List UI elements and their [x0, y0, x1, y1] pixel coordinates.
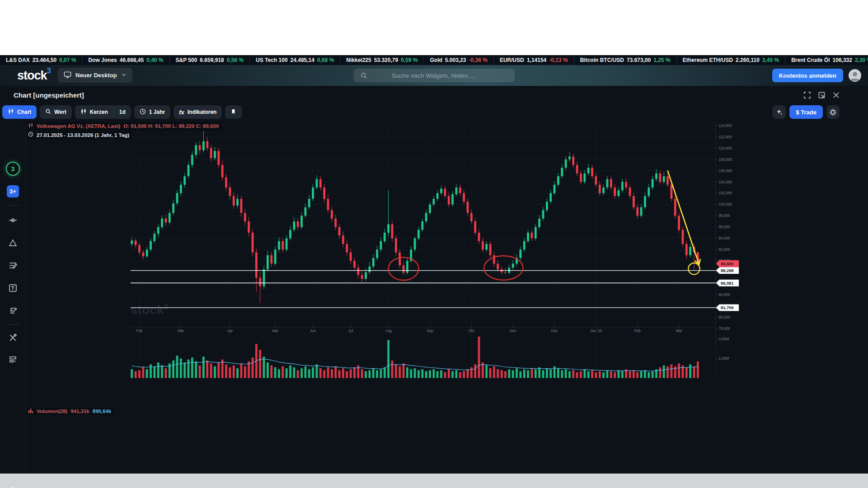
ticker-value: 46.668,45: [120, 57, 144, 63]
tab-chart[interactable]: Chart: [2, 105, 37, 119]
search-placeholder: Suche nach Widgets, Aktien, ...: [392, 72, 476, 79]
indicators-button[interactable]: fx Indikatoren: [174, 105, 222, 119]
fullscreen-icon[interactable]: [803, 91, 811, 99]
instrument-search-button[interactable]: Wert: [40, 105, 71, 119]
ticker-item[interactable]: L&S DAX23.464,500,07 %: [0, 55, 82, 65]
tab-chart-label: Chart: [17, 109, 31, 115]
text-tool-icon[interactable]: [8, 283, 18, 293]
svg-text:2,00M: 2,00M: [719, 357, 729, 361]
svg-text:Feb: Feb: [136, 329, 143, 333]
ticker-value: 1,14154: [527, 57, 546, 63]
ticker-item[interactable]: Nikkei22553.320,790,59 %: [340, 55, 424, 65]
candlestick-series: [131, 131, 699, 303]
svg-text:Jan '26: Jan '26: [590, 329, 602, 333]
ticker-item[interactable]: Bitcoin BTC/USD73.673,001,25 %: [574, 55, 677, 65]
tools-icon[interactable]: [8, 333, 18, 343]
ticker-item[interactable]: Ethereum ETH/USD2.260,1103,45 %: [677, 55, 785, 65]
ticker-value: 53.320,79: [374, 57, 398, 63]
chart-window: Chart [ungespeichert] Chart Wert Kerzen: [0, 86, 868, 474]
event-tool-icon[interactable]: [8, 305, 18, 316]
svg-text:Mai: Mai: [272, 329, 278, 333]
signup-button[interactable]: Kostenlos anmelden: [772, 69, 843, 82]
svg-text:98,000: 98,000: [719, 214, 730, 218]
instrument-legend-row: Volkswagen AG Vz. (XETRA, Last) O: 91,50…: [26, 122, 221, 131]
ticker-value: 106,332: [833, 57, 852, 63]
volume-bars-icon: [28, 408, 33, 414]
layout-tool-icon[interactable]: [8, 354, 18, 365]
chart-toolbar: Chart Wert Kerzen 1d 1 Jahr fx Indikat: [2, 105, 242, 119]
clock-icon: [28, 131, 33, 139]
divider: [6, 205, 20, 206]
popout-icon[interactable]: [818, 91, 826, 99]
candle-type-button[interactable]: Kerzen: [75, 105, 113, 119]
period-legend-row: 27.01.2025 - 13.03.2026 (1 Jahr, 1 Tag): [26, 131, 132, 139]
time-range-button[interactable]: 1 Jahr: [134, 105, 170, 119]
ticker-symbol: L&S DAX: [6, 57, 30, 63]
svg-text:86,081: 86,081: [721, 281, 733, 286]
ticker-symbol: EUR/USD: [500, 57, 524, 63]
volume-legend: Volumen(28) 941,31k 890,64k: [26, 408, 114, 415]
gear-icon[interactable]: [826, 105, 840, 119]
svg-text:80,000: 80,000: [719, 315, 730, 319]
svg-text:106,000: 106,000: [719, 169, 732, 173]
svg-text:108,000: 108,000: [719, 158, 732, 162]
red-circle-annotation: [484, 256, 523, 280]
ticker-change: 0,56 %: [227, 57, 244, 63]
search-input[interactable]: Suche nach Widgets, Aktien, ...: [354, 69, 515, 82]
person-icon: [849, 69, 861, 82]
instrument-name[interactable]: Volkswagen AG Vz. (XETRA, Last): [37, 123, 120, 130]
ai-sparkle-button[interactable]: [773, 105, 786, 119]
svg-text:Sep: Sep: [427, 329, 433, 333]
instrument-search-label: Wert: [54, 109, 66, 115]
ticker-change: -0,13 %: [549, 57, 568, 63]
desktop-selector-label: Neuer Desktop: [75, 72, 117, 79]
svg-text:Dez: Dez: [551, 329, 558, 333]
bookmark-button[interactable]: [225, 105, 242, 119]
stock3-logo[interactable]: stock3: [17, 68, 51, 83]
svg-text:Mär: Mär: [178, 329, 184, 333]
trade-button[interactable]: $ Trade: [789, 105, 823, 119]
svg-text:114,000: 114,000: [719, 124, 732, 128]
svg-text:96,000: 96,000: [719, 225, 730, 229]
svg-text:Jun: Jun: [310, 329, 316, 333]
user-avatar[interactable]: [849, 69, 861, 82]
stock3-badge-icon[interactable]: 3: [6, 162, 20, 176]
ticker-item[interactable]: S&P 5006.659,9180,56 %: [170, 55, 250, 65]
volume-indicator-label[interactable]: Volumen(28): [37, 408, 67, 414]
pattern-tool-icon[interactable]: [8, 260, 18, 271]
svg-text:Jul: Jul: [348, 329, 353, 333]
logo-text: stock: [17, 69, 47, 82]
window-title: Chart [ungespeichert]: [14, 91, 84, 99]
svg-text:Mär: Mär: [676, 329, 682, 333]
svg-text:89,500: 89,500: [721, 262, 733, 266]
compare-add-icon[interactable]: 3+: [7, 185, 19, 197]
app-header: stock3 Neuer Desktop Suche nach Widgets,…: [0, 65, 868, 86]
ticker-item[interactable]: EUR/USD1,14154-0,13 %: [494, 55, 574, 65]
ticker-item[interactable]: Dow Jones46.668,450,40 %: [82, 55, 169, 65]
trendline-tool-icon[interactable]: [8, 215, 18, 225]
ticker-change: 2,30 %: [855, 57, 868, 63]
ticker-value: 24.485,14: [291, 57, 314, 63]
period-label: 27.01.2025 - 13.03.2026 (1 Jahr, 1 Tag): [37, 132, 129, 139]
toolbar-right: $ Trade: [773, 105, 840, 119]
ticker-symbol: Nikkei225: [346, 57, 371, 63]
interval-button[interactable]: 1d: [114, 105, 131, 119]
page: L&S DAX23.464,500,07 %Dow Jones46.668,45…: [0, 0, 868, 488]
svg-text:94,000: 94,000: [719, 236, 730, 240]
ticker-item[interactable]: Gold5.003,23-0,36 %: [424, 55, 493, 65]
theme-contrast-icon[interactable]: [8, 485, 18, 488]
ticker-item[interactable]: Brent Crude Öl106,3322,30 %: [785, 55, 868, 65]
ticker-item[interactable]: US Tech 10024.485,140,68 %: [250, 55, 340, 65]
indicators-label: Indikatoren: [188, 109, 217, 115]
fx-icon: fx: [179, 109, 184, 116]
triangle-tool-icon[interactable]: [8, 238, 18, 248]
ticker-symbol: S&P 500: [176, 57, 197, 63]
close-icon[interactable]: [832, 91, 840, 99]
ticker-bar: L&S DAX23.464,500,07 %Dow Jones46.668,45…: [0, 55, 868, 66]
chart-canvas[interactable]: 114,000112,000110,000108,000106,000104,0…: [0, 121, 868, 474]
ticker-value: 6.659,918: [200, 57, 224, 63]
desktop-selector[interactable]: Neuer Desktop: [58, 68, 132, 83]
window-controls: [803, 91, 840, 99]
ticker-symbol: Ethereum ETH/USD: [683, 57, 733, 63]
clock-icon: [140, 108, 146, 116]
